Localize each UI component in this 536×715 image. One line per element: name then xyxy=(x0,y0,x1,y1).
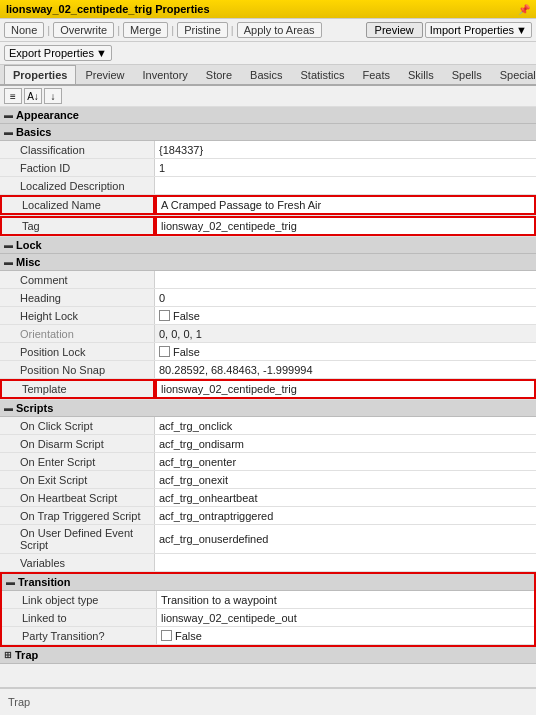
position-no-snap-value[interactable]: 80.28592, 68.48463, -1.999994 xyxy=(155,361,536,378)
link-object-type-label: Link object type xyxy=(2,591,157,608)
tab-inventory[interactable]: Inventory xyxy=(134,65,197,84)
tab-special-abili[interactable]: Special Abili xyxy=(491,65,536,84)
on-user-defined-script-row: On User Defined Event Script acf_trg_onu… xyxy=(0,525,536,554)
tab-skills[interactable]: Skills xyxy=(399,65,443,84)
misc-header[interactable]: ▬ Misc xyxy=(0,254,536,271)
party-transition-label: Party Transition? xyxy=(2,627,157,644)
transition-label: Transition xyxy=(18,576,71,588)
orientation-value: 0, 0, 0, 1 xyxy=(155,325,536,342)
position-no-snap-label: Position No Snap xyxy=(0,361,155,378)
pin-icon[interactable]: 📌 xyxy=(518,4,530,15)
faction-id-value[interactable]: 1 xyxy=(155,159,536,176)
scripts-section: ▬ Scripts On Click Script acf_trg_onclic… xyxy=(0,400,536,572)
position-lock-label: Position Lock xyxy=(0,343,155,360)
variables-value[interactable] xyxy=(155,554,536,571)
export-dropdown-arrow-icon: ▼ xyxy=(96,47,107,59)
preview-button[interactable]: Preview xyxy=(366,22,423,38)
linked-to-row: Linked to lionsway_02_centipede_out xyxy=(2,609,534,627)
tab-feats[interactable]: Feats xyxy=(354,65,400,84)
tab-statistics[interactable]: Statistics xyxy=(292,65,354,84)
main-toolbar: None | Overwrite | Merge | Pristine | Ap… xyxy=(0,19,536,42)
apply-to-areas-button[interactable]: Apply to Areas xyxy=(237,22,322,38)
on-enter-script-value[interactable]: acf_trg_onenter xyxy=(155,453,536,470)
heading-label: Heading xyxy=(0,289,155,306)
localized-desc-value[interactable] xyxy=(155,177,536,194)
on-enter-script-label: On Enter Script xyxy=(0,453,155,470)
position-lock-value[interactable]: False xyxy=(155,343,536,360)
props-menu-button[interactable]: ≡ xyxy=(4,88,22,104)
on-user-defined-script-value[interactable]: acf_trg_onuserdefined xyxy=(155,525,536,553)
trap-section: ⊞ Trap xyxy=(0,647,536,664)
on-trap-triggered-script-value[interactable]: acf_trg_ontraptriggered xyxy=(155,507,536,524)
overwrite-button[interactable]: Overwrite xyxy=(53,22,114,38)
appearance-header[interactable]: ▬ Appearance xyxy=(0,107,536,124)
tab-store[interactable]: Store xyxy=(197,65,241,84)
lock-header[interactable]: ▬ Lock xyxy=(0,237,536,254)
appearance-section: ▬ Appearance xyxy=(0,107,536,124)
on-click-script-value[interactable]: acf_trg_onclick xyxy=(155,417,536,434)
tab-basics[interactable]: Basics xyxy=(241,65,291,84)
classification-value[interactable]: {184337} xyxy=(155,141,536,158)
sep3: | xyxy=(171,24,174,36)
localized-name-value[interactable]: A Cramped Passage to Fresh Air xyxy=(155,195,536,215)
orientation-row: Orientation 0, 0, 0, 1 xyxy=(0,325,536,343)
tab-spells[interactable]: Spells xyxy=(443,65,491,84)
transition-section: ▬ Transition Link object type Transition… xyxy=(0,572,536,647)
props-sort-az-button[interactable]: A↓ xyxy=(24,88,42,104)
tag-row: Tag lionsway_02_centipede_trig xyxy=(0,216,536,237)
trap-expand-icon: ⊞ xyxy=(4,650,12,660)
link-object-type-value[interactable]: Transition to a waypoint xyxy=(157,591,534,608)
scripts-header[interactable]: ▬ Scripts xyxy=(0,400,536,417)
transition-header[interactable]: ▬ Transition xyxy=(2,574,534,591)
heading-value[interactable]: 0 xyxy=(155,289,536,306)
tab-preview[interactable]: Preview xyxy=(76,65,133,84)
props-sort-button[interactable]: ↓ xyxy=(44,88,62,104)
tag-label: Tag xyxy=(0,216,155,236)
localized-name-label: Localized Name xyxy=(0,195,155,215)
on-disarm-script-value[interactable]: acf_trg_ondisarm xyxy=(155,435,536,452)
pristine-button[interactable]: Pristine xyxy=(177,22,228,38)
party-transition-checkbox[interactable] xyxy=(161,630,172,641)
party-transition-text: False xyxy=(175,630,202,642)
comment-row: Comment xyxy=(0,271,536,289)
on-enter-script-row: On Enter Script acf_trg_onenter xyxy=(0,453,536,471)
position-no-snap-row: Position No Snap 80.28592, 68.48463, -1.… xyxy=(0,361,536,379)
heading-row: Heading 0 xyxy=(0,289,536,307)
height-lock-label: Height Lock xyxy=(0,307,155,324)
comment-label: Comment xyxy=(0,271,155,288)
localized-desc-label: Localized Description xyxy=(0,177,155,194)
classification-label: Classification xyxy=(0,141,155,158)
on-heartbeat-script-value[interactable]: acf_trg_onheartbeat xyxy=(155,489,536,506)
appearance-expand-icon: ▬ xyxy=(4,110,13,120)
linked-to-value[interactable]: lionsway_02_centipede_out xyxy=(157,609,534,626)
faction-id-row: Faction ID 1 xyxy=(0,159,536,177)
on-click-script-row: On Click Script acf_trg_onclick xyxy=(0,417,536,435)
tag-value[interactable]: lionsway_02_centipede_trig xyxy=(155,216,536,236)
comment-value[interactable] xyxy=(155,271,536,288)
faction-id-label: Faction ID xyxy=(0,159,155,176)
template-value[interactable]: lionsway_02_centipede_trig xyxy=(155,379,536,399)
export-dropdown[interactable]: Export Properties ▼ xyxy=(4,45,112,61)
lock-section: ▬ Lock xyxy=(0,237,536,254)
position-lock-row: Position Lock False xyxy=(0,343,536,361)
on-exit-script-label: On Exit Script xyxy=(0,471,155,488)
on-exit-script-row: On Exit Script acf_trg_onexit xyxy=(0,471,536,489)
basics-label: Basics xyxy=(16,126,51,138)
position-lock-checkbox[interactable] xyxy=(159,346,170,357)
scripts-label: Scripts xyxy=(16,402,53,414)
merge-button[interactable]: Merge xyxy=(123,22,168,38)
height-lock-checkbox[interactable] xyxy=(159,310,170,321)
import-dropdown[interactable]: Import Properties ▼ xyxy=(425,22,532,38)
trap-header[interactable]: ⊞ Trap xyxy=(0,647,536,664)
party-transition-value[interactable]: False xyxy=(157,627,534,644)
tab-properties[interactable]: Properties xyxy=(4,65,76,84)
on-exit-script-value[interactable]: acf_trg_onexit xyxy=(155,471,536,488)
none-button[interactable]: None xyxy=(4,22,44,38)
orientation-label: Orientation xyxy=(0,325,155,342)
basics-header[interactable]: ▬ Basics xyxy=(0,124,536,141)
variables-label: Variables xyxy=(0,554,155,571)
appearance-label: Appearance xyxy=(16,109,79,121)
height-lock-value[interactable]: False xyxy=(155,307,536,324)
transition-expand-icon: ▬ xyxy=(6,577,15,587)
window-title: lionsway_02_centipede_trig Properties xyxy=(6,3,210,15)
